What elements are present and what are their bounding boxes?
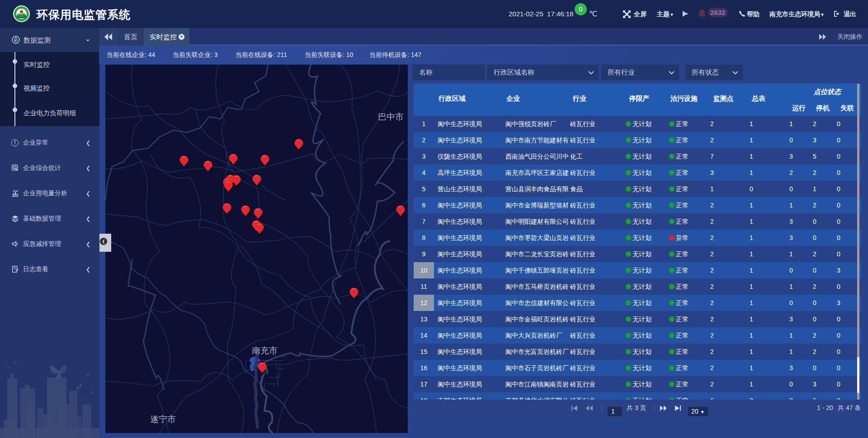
svg-text:巴中市: 巴中市 (378, 112, 404, 122)
svg-text:遂宁市: 遂宁市 (150, 414, 176, 424)
svg-text:南充市: 南充市 (252, 346, 278, 355)
